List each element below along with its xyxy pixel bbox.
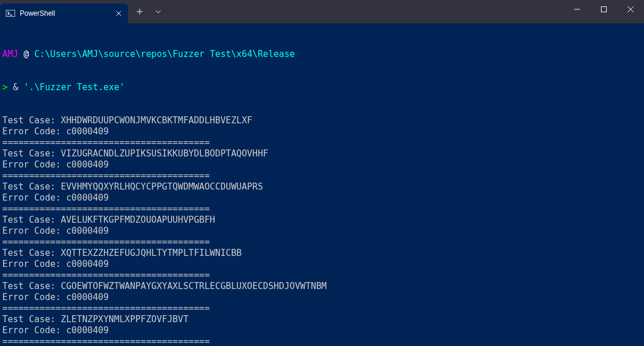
error-code-line: Error Code: c0000409	[2, 325, 642, 336]
test-case-line: Test Case: VIZUGRACNDLZUPIKSUSIKKUBYDLBO…	[2, 148, 642, 159]
separator-line: =======================================	[2, 237, 642, 248]
test-case-line: Test Case: CGOEWTOFWZTWANPAYGXYAXLSCTRLE…	[2, 281, 642, 292]
tab-dropdown-button[interactable]	[149, 2, 168, 21]
prompt-path: C:\Users\AMJ\source\repos\Fuzzer Test\x6…	[34, 49, 295, 59]
test-case-line: Test Case: AVELUKFTKGPFMDZOUOAPUUHVPGBFH	[2, 215, 642, 226]
prompt-line: AMJ @ C:\Users\AMJ\source\repos\Fuzzer T…	[2, 49, 642, 60]
svg-rect-4	[602, 7, 607, 12]
titlebar: PowerShell	[0, 0, 644, 23]
prompt-symbol: >	[2, 82, 8, 92]
window-controls	[564, 0, 644, 23]
new-tab-button[interactable]	[130, 2, 149, 21]
command-line: > & '.\Fuzzer Test.exe'	[2, 82, 642, 93]
separator-line: =======================================	[2, 303, 642, 314]
svg-rect-1	[6, 10, 15, 17]
prompt-user: AMJ	[2, 49, 18, 59]
error-code-line: Error Code: c0000409	[2, 226, 642, 237]
separator-line: =======================================	[2, 336, 642, 346]
test-case-line: Test Case: XQTTEXZZHZEFUGJQHLTYTMPLTFILW…	[2, 248, 642, 259]
error-code-line: Error Code: c0000409	[2, 159, 642, 170]
separator-line: =======================================	[2, 137, 642, 148]
maximize-button[interactable]	[590, 0, 617, 19]
prompt-amp: &	[13, 82, 18, 92]
test-output-block: Test Case: XHHDWRDUUPCWONJMVKCBKTMFADDLH…	[2, 115, 642, 346]
test-case-line: Test Case: XHHDWRDUUPCWONJMVKCBKTMFADDLH…	[2, 115, 642, 126]
terminal-output[interactable]: AMJ @ C:\Users\AMJ\source\repos\Fuzzer T…	[0, 23, 644, 346]
close-button[interactable]	[617, 0, 644, 19]
error-code-line: Error Code: c0000409	[2, 259, 642, 270]
tab-close-button[interactable]	[114, 9, 123, 18]
error-code-line: Error Code: c0000409	[2, 126, 642, 137]
command-text: '.\Fuzzer Test.exe'	[24, 82, 125, 92]
separator-line: =======================================	[2, 270, 642, 281]
test-case-line: Test Case: ZLETNZPXYNMLXPPFZOVFJBVT	[2, 314, 642, 325]
titlebar-left: PowerShell	[0, 0, 168, 23]
powershell-icon	[6, 9, 15, 18]
separator-line: =======================================	[2, 170, 642, 181]
tab-title: PowerShell	[20, 9, 109, 17]
tab-powershell[interactable]: PowerShell	[0, 3, 128, 23]
separator-line: =======================================	[2, 204, 642, 215]
minimize-button[interactable]	[564, 0, 590, 19]
prompt-at: @	[24, 49, 29, 59]
error-code-line: Error Code: c0000409	[2, 192, 642, 204]
error-code-line: Error Code: c0000409	[2, 292, 642, 303]
test-case-line: Test Case: EVVHMYQQXYRLHQCYCPPGTQWDMWAOC…	[2, 181, 642, 192]
